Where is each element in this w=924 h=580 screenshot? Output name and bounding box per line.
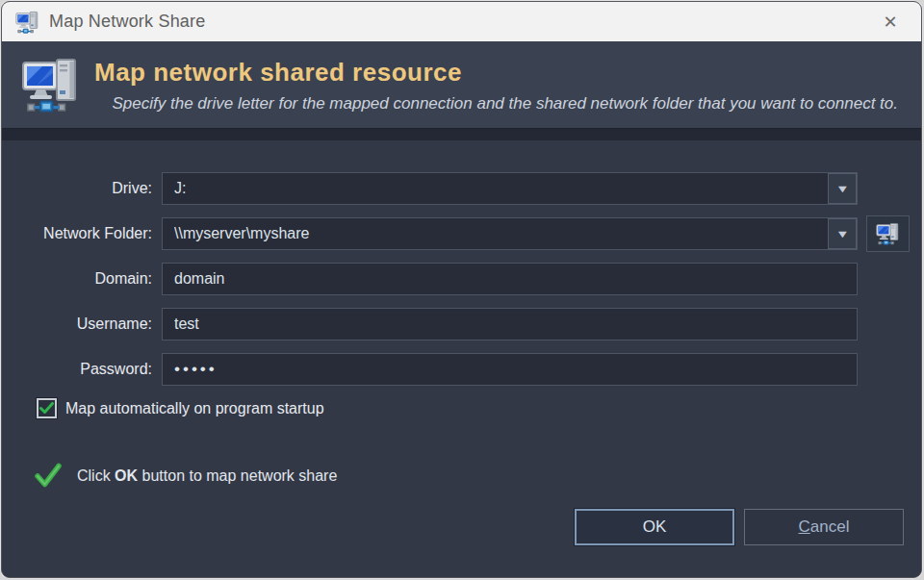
chevron-down-icon: ▼ — [835, 229, 850, 240]
header-banner: Map network shared resource Specify the … — [2, 41, 921, 128]
domain-row: Domain: — [2, 263, 921, 295]
instruction-text: Click OK button to map network share — [77, 467, 337, 485]
network-folder-dropdown-button[interactable]: ▼ — [828, 218, 857, 249]
domain-input[interactable] — [162, 263, 858, 295]
checkmark-icon — [39, 402, 54, 415]
drive-dropdown-button[interactable]: ▼ — [828, 173, 857, 204]
username-input[interactable] — [162, 308, 858, 340]
domain-field — [162, 263, 858, 295]
banner-divider — [2, 128, 921, 140]
network-folder-input[interactable] — [162, 217, 858, 250]
autostart-checkbox[interactable] — [37, 398, 57, 418]
close-icon: ✕ — [883, 12, 897, 33]
password-field — [162, 353, 858, 386]
check-icon — [35, 463, 62, 489]
network-folder-label: Network Folder: — [8, 225, 152, 242]
password-input[interactable] — [162, 353, 858, 386]
chevron-down-icon: ▼ — [835, 184, 850, 194]
cancel-button[interactable]: Cancel — [744, 509, 904, 545]
pc-network-icon — [21, 54, 83, 115]
ok-button[interactable]: OK — [575, 509, 734, 545]
window-title: Map Network Share — [49, 12, 205, 32]
drive-row: Drive: ▼ — [2, 172, 921, 205]
autostart-row: Map automatically on program startup — [37, 398, 921, 418]
autostart-label: Map automatically on program startup — [65, 400, 324, 417]
app-icon — [15, 10, 40, 35]
drive-label: Drive: — [8, 180, 152, 197]
drive-combo: ▼ — [162, 172, 858, 205]
ok-button-label: OK — [643, 517, 667, 537]
network-folder-row: Network Folder: ▼ — [2, 217, 921, 250]
password-label: Password: — [8, 361, 152, 378]
network-folder-combo: ▼ — [162, 217, 858, 250]
map-network-share-dialog: Map Network Share ✕ Map network shared r… — [1, 1, 922, 578]
dialog-body: Drive: ▼ Network Folder: ▼ Doma — [2, 140, 921, 577]
username-label: Username: — [8, 315, 152, 333]
status-instruction: Click OK button to map network share — [35, 463, 921, 489]
username-row: Username: — [2, 308, 921, 340]
button-row: OK Cancel — [575, 509, 904, 545]
password-row: Password: — [2, 353, 921, 386]
banner-title: Map network shared resource — [94, 58, 898, 88]
drive-input[interactable] — [162, 172, 858, 205]
username-field — [162, 308, 858, 340]
cancel-button-label: Cancel — [799, 517, 850, 537]
pc-network-icon — [876, 221, 901, 246]
domain-label: Domain: — [8, 270, 152, 288]
browse-network-button[interactable] — [866, 215, 910, 252]
banner-texts: Map network shared resource Specify the … — [94, 56, 898, 113]
close-button[interactable]: ✕ — [869, 7, 911, 38]
titlebar[interactable]: Map Network Share ✕ — [2, 2, 921, 41]
banner-subtitle: Specify the drive letter for the mapped … — [94, 94, 898, 113]
